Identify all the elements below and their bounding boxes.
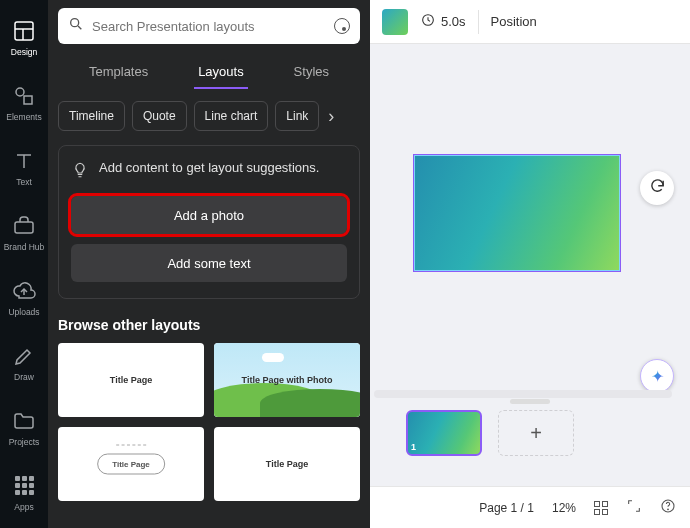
layout-thumb[interactable]: Title Page <box>214 427 360 501</box>
pencil-icon <box>12 344 36 368</box>
duration-button[interactable]: 5.0s <box>420 12 466 31</box>
page-thumbnail[interactable]: 1 <box>406 410 482 456</box>
chip-link[interactable]: Link <box>275 101 319 131</box>
layout-icon <box>12 19 36 43</box>
page-thumbnail-strip: 1 + <box>406 410 574 456</box>
layout-thumb[interactable]: Title Page <box>58 427 204 501</box>
refresh-icon <box>649 178 666 199</box>
expand-icon <box>626 498 642 517</box>
panel-tabs: Templates Layouts Styles <box>48 52 370 89</box>
layout-thumb-label: Title Page <box>266 459 308 469</box>
grid-icon <box>594 501 608 515</box>
layout-thumb[interactable]: Title Page <box>58 343 204 417</box>
sidebar-item-text[interactable]: Text <box>0 136 48 199</box>
text-icon <box>12 149 36 173</box>
sidebar-item-apps[interactable]: Apps <box>0 461 48 524</box>
cloud-upload-icon <box>12 279 36 303</box>
layout-thumb-label: Title Page <box>97 454 165 475</box>
sidebar-label: Uploads <box>8 307 39 317</box>
grid-view-button[interactable] <box>594 501 608 515</box>
sidebar-label: Draw <box>14 372 34 382</box>
selected-element[interactable] <box>413 154 621 272</box>
briefcase-icon <box>12 214 36 238</box>
svg-point-9 <box>71 19 79 27</box>
color-filter-icon[interactable] <box>334 18 350 34</box>
toolbar-divider <box>478 10 479 34</box>
tab-templates[interactable]: Templates <box>85 56 152 89</box>
chip-timeline[interactable]: Timeline <box>58 101 125 131</box>
layout-thumb[interactable]: Title Page with Photo <box>214 343 360 417</box>
sidebar-item-design[interactable]: Design <box>0 6 48 69</box>
folder-icon <box>12 409 36 433</box>
fill-color-swatch[interactable] <box>382 9 408 35</box>
svg-rect-0 <box>15 22 33 40</box>
zoom-level[interactable]: 12% <box>552 501 576 515</box>
add-page-button[interactable]: + <box>498 410 574 456</box>
layout-thumb-label: Title Page <box>110 375 152 385</box>
page-strip-handle[interactable] <box>510 399 550 404</box>
tab-layouts[interactable]: Layouts <box>194 56 248 89</box>
status-bar: Page 1 / 1 12% <box>370 486 690 528</box>
sidebar-item-uploads[interactable]: Uploads <box>0 266 48 329</box>
suggestion-box: Add content to get layout suggestions. A… <box>58 145 360 299</box>
add-text-button[interactable]: Add some text <box>71 244 347 282</box>
chip-line-chart[interactable]: Line chart <box>194 101 269 131</box>
sidebar-label: Apps <box>14 502 33 512</box>
svg-rect-7 <box>15 222 33 233</box>
fullscreen-button[interactable] <box>626 498 642 517</box>
search-icon <box>68 16 84 36</box>
canvas-toolbar: 5.0s Position <box>370 0 690 44</box>
sidebar-item-draw[interactable]: Draw <box>0 331 48 394</box>
apps-icon <box>12 474 36 498</box>
sidebar-label: Projects <box>9 437 40 447</box>
svg-point-3 <box>16 88 24 96</box>
icon-sidebar: Design Elements Text Brand Hub Uploads D… <box>0 0 48 528</box>
sidebar-item-projects[interactable]: Projects <box>0 396 48 459</box>
refresh-button[interactable] <box>640 171 674 205</box>
side-panel: Templates Layouts Styles Timeline Quote … <box>48 0 370 528</box>
duration-value: 5.0s <box>441 14 466 29</box>
help-icon <box>660 498 676 517</box>
add-photo-button[interactable]: Add a photo <box>71 196 347 234</box>
sparkle-icon: ✦ <box>651 367 664 386</box>
search-bar[interactable] <box>58 8 360 44</box>
canvas-area: 5.0s Position ✦ 1 + Page 1 / 1 12% <box>370 0 690 528</box>
page-number-badge: 1 <box>411 442 416 452</box>
page-indicator[interactable]: Page 1 / 1 <box>479 501 534 515</box>
sidebar-label: Elements <box>6 112 41 122</box>
browse-heading: Browse other layouts <box>58 317 360 333</box>
position-button[interactable]: Position <box>491 14 537 29</box>
layout-thumb-label: Title Page with Photo <box>242 375 333 385</box>
layout-grid: Title Page Title Page with Photo Title P… <box>58 343 360 501</box>
svg-line-10 <box>78 26 81 29</box>
sidebar-label: Design <box>11 47 37 57</box>
chip-quote[interactable]: Quote <box>132 101 187 131</box>
canvas-stage[interactable]: ✦ 1 + <box>370 44 690 486</box>
help-button[interactable] <box>660 498 676 517</box>
shapes-icon <box>12 84 36 108</box>
suggestion-message: Add content to get layout suggestions. <box>99 160 319 175</box>
sidebar-label: Brand Hub <box>4 242 45 252</box>
sidebar-item-brand-hub[interactable]: Brand Hub <box>0 201 48 264</box>
magic-button[interactable]: ✦ <box>640 359 674 393</box>
sidebar-label: Text <box>16 177 32 187</box>
lightbulb-icon <box>71 160 89 182</box>
chips-scroll-right[interactable]: › <box>326 107 336 125</box>
svg-rect-4 <box>24 96 32 104</box>
tab-styles[interactable]: Styles <box>290 56 333 89</box>
clock-icon <box>420 12 436 31</box>
svg-point-13 <box>668 509 669 510</box>
horizontal-scrollbar[interactable] <box>374 390 672 398</box>
sidebar-item-elements[interactable]: Elements <box>0 71 48 134</box>
search-input[interactable] <box>92 19 326 34</box>
category-chips: Timeline Quote Line chart Link › <box>58 101 360 131</box>
